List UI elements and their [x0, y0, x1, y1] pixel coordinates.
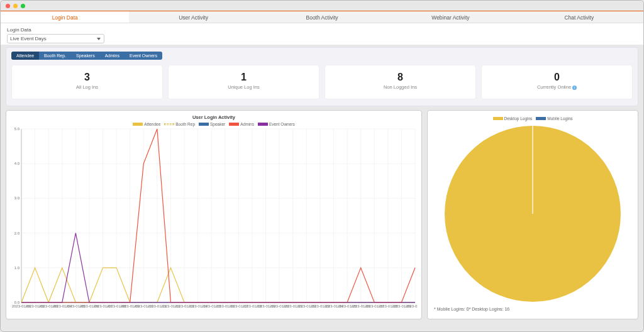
- pie-footnote: * Mobile Logins: 0* Desktop Logins: 16: [431, 307, 634, 311]
- close-icon[interactable]: [6, 4, 10, 8]
- pill-booth-rep[interactable]: Booth Rep.: [39, 52, 71, 60]
- chart-title: User Login Activity: [10, 114, 418, 120]
- stat-label: Non Logged Ins: [325, 84, 475, 90]
- stat-value: 8: [325, 72, 475, 83]
- pill-event-owners[interactable]: Event Owners: [125, 52, 162, 60]
- window-titlebar: [1, 1, 643, 11]
- login-activity-chart: User Login Activity AttendeeBooth RepSpe…: [6, 110, 422, 319]
- line-chart-svg: 0.01.02.03.04.05.02023-01-012023-01-0220…: [10, 126, 418, 315]
- pill-admins[interactable]: Admins: [100, 52, 125, 60]
- svg-text:5.0: 5.0: [14, 127, 20, 131]
- legend-item[interactable]: Speaker: [199, 122, 225, 126]
- stat-value: 1: [169, 72, 319, 83]
- role-filter: Attendee Booth Rep. Speakers Admins Even…: [11, 52, 633, 60]
- info-icon[interactable]: i: [572, 86, 577, 90]
- maximize-icon[interactable]: [21, 4, 25, 8]
- legend-item[interactable]: Booth Rep: [164, 122, 195, 126]
- card-non-logged-ins: 8 Non Logged Ins: [325, 65, 476, 99]
- card-currently-online: 0 Currently Onlinei: [481, 65, 633, 99]
- legend-item[interactable]: Admins: [229, 122, 254, 126]
- svg-text:4.0: 4.0: [14, 162, 20, 165]
- tab-booth-activity[interactable]: Booth Activity: [258, 11, 386, 23]
- tab-login-data[interactable]: Login Data: [1, 11, 129, 23]
- pill-speakers[interactable]: Speakers: [71, 52, 100, 60]
- tab-user-activity[interactable]: User Activity: [129, 11, 257, 23]
- card-unique-logins: 1 Unique Log Ins: [168, 65, 319, 99]
- minimize-icon[interactable]: [13, 4, 18, 8]
- date-range-select[interactable]: Live Event Days: [7, 34, 104, 43]
- svg-text:2.0: 2.0: [14, 231, 20, 235]
- tab-chat-activity[interactable]: Chat Activity: [515, 11, 643, 23]
- svg-text:1.0: 1.0: [14, 266, 20, 270]
- legend-item[interactable]: Desktop Logins: [493, 116, 533, 121]
- device-pie-chart: Desktop LoginsMobile Logins * Mobile Log…: [427, 110, 638, 319]
- svg-text:3.0: 3.0: [14, 196, 20, 200]
- stat-value: 0: [482, 72, 632, 83]
- stats-panel: Attendee Booth Rep. Speakers Admins Even…: [6, 47, 638, 106]
- pie-chart-svg: [438, 123, 627, 304]
- stat-label: Unique Log Ins: [169, 84, 319, 90]
- legend-item[interactable]: Attendee: [133, 122, 160, 126]
- stat-value: 3: [12, 72, 162, 83]
- tab-webinar-activity[interactable]: Webinar Activity: [386, 11, 514, 23]
- legend-item[interactable]: Event Owners: [258, 122, 295, 126]
- stat-label: All Log Ins: [12, 84, 162, 90]
- stat-label: Currently Onlinei: [482, 84, 632, 90]
- legend-item[interactable]: Mobile Logins: [536, 116, 572, 121]
- date-range-label: Login Data: [7, 27, 637, 33]
- pie-legend: Desktop LoginsMobile Logins: [431, 116, 634, 121]
- svg-text:2023-01-30: 2023-01-30: [406, 304, 418, 308]
- chart-legend: AttendeeBooth RepSpeakerAdminsEvent Owne…: [10, 122, 418, 126]
- card-all-logins: 3 All Log Ins: [11, 65, 163, 99]
- pill-attendee[interactable]: Attendee: [11, 52, 39, 60]
- main-tabs: Login Data User Activity Booth Activity …: [1, 11, 643, 23]
